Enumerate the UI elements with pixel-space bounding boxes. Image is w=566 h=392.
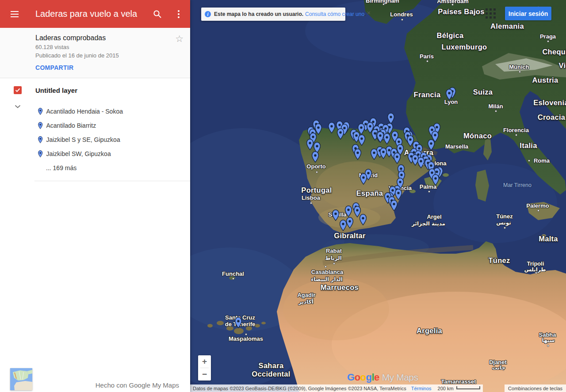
- more-options-icon[interactable]: [175, 10, 182, 18]
- map-pin[interactable]: [234, 317, 243, 328]
- map-pin[interactable]: [344, 206, 353, 217]
- chevron-down-icon[interactable]: [15, 105, 21, 108]
- zoom-out-button[interactable]: −: [198, 368, 211, 381]
- google-logo: Google: [347, 372, 379, 383]
- layer-place-item[interactable]: Jaizkibel SW, Gipuzkoa: [0, 147, 190, 161]
- place-pin-icon: [38, 136, 43, 143]
- info-icon: i: [205, 11, 211, 17]
- layer-place-item[interactable]: Jaizkibel S y SE, Gipuzkoa: [0, 133, 190, 147]
- sidebar-header: Laderas para vuelo a vela: [0, 0, 190, 28]
- map-pin[interactable]: [445, 89, 454, 100]
- place-label: Jaizkibel S y SE, Gipuzkoa: [46, 136, 120, 143]
- basemap-thumbnail[interactable]: [10, 368, 32, 390]
- layer-name: Untitled layer: [35, 87, 77, 94]
- signin-button[interactable]: Iniciar sesión: [505, 7, 551, 20]
- zoom-control: + −: [198, 355, 211, 381]
- map-pin[interactable]: [336, 128, 345, 140]
- google-my-maps-watermark[interactable]: Google My Maps: [347, 372, 418, 383]
- map-pin[interactable]: [379, 148, 388, 159]
- banner-text: Este mapa lo ha creado un usuario.: [214, 11, 303, 17]
- map-pin[interactable]: [359, 173, 368, 185]
- divider: [34, 181, 190, 181]
- map-pin[interactable]: [427, 139, 436, 151]
- map-pin[interactable]: [327, 122, 336, 133]
- map-pin[interactable]: [431, 174, 440, 186]
- place-pin-icon: [38, 122, 43, 129]
- banner-learn-link[interactable]: Consulta cómo crear uno: [305, 11, 364, 17]
- place-label: Acantilado Hendaia - Sokoa: [46, 108, 123, 115]
- map-title: Laderas comprobadas: [35, 34, 183, 42]
- menu-icon[interactable]: [11, 11, 19, 17]
- search-icon[interactable]: [153, 10, 162, 19]
- keyboard-shortcuts-button[interactable]: Combinaciones de teclas: [505, 384, 566, 392]
- share-button[interactable]: COMPARTIR: [35, 64, 73, 71]
- map-pin[interactable]: [339, 220, 348, 231]
- map-name-title: Laderas para vuelo a vela: [35, 9, 153, 19]
- map-pin[interactable]: [359, 214, 367, 225]
- sidebar-panel: Laderas para vuelo a vela Laderas compro…: [0, 0, 190, 392]
- my-maps-label: My Maps: [382, 372, 418, 383]
- made-with-google-label: Hecho con Google My Maps: [96, 381, 179, 389]
- map-info-section: Laderas comprobadas 60.128 vistas Public…: [0, 28, 190, 78]
- map-pin[interactable]: [353, 148, 362, 160]
- place-label: Jaizkibel SW, Gipuzkoa: [46, 150, 111, 157]
- layer-place-item[interactable]: Acantilado Biarritz: [0, 118, 190, 133]
- map-attribution-bar: Datos de mapas ©2023 GeoBasis-DE/BKG (©2…: [190, 384, 483, 392]
- satellite-terrain: [190, 0, 566, 392]
- layer-panel: Untitled layer Acantilado Hendaia - Soko…: [0, 78, 190, 181]
- close-icon[interactable]: ×: [366, 8, 371, 17]
- layer-header: Untitled layer: [0, 86, 190, 94]
- published-date: Publicado el 16 de junio de 2015: [35, 52, 183, 59]
- map-data-credit: Datos de mapas ©2023 GeoBasis-DE/BKG (©2…: [193, 386, 406, 391]
- keyboard-shortcuts-label: Combinaciones de teclas: [508, 386, 562, 391]
- place-label: Acantilado Biarritz: [46, 122, 96, 129]
- user-created-map-banner: i Este mapa lo ha creado un usuario. Con…: [201, 8, 345, 21]
- scale-bar: [456, 386, 480, 389]
- place-pin-icon: [38, 108, 43, 115]
- zoom-in-button[interactable]: +: [198, 355, 211, 368]
- map-pin[interactable]: [370, 148, 379, 160]
- terms-link[interactable]: Términos: [411, 386, 432, 391]
- layer-place-list: Acantilado Hendaia - SokoaAcantilado Bia…: [0, 104, 190, 161]
- map-canvas[interactable]: Países BajosAlemaniaBélgicaLuxemburgoFra…: [190, 0, 566, 392]
- layer-visibility-checkbox[interactable]: [14, 86, 22, 94]
- map-pin[interactable]: [382, 133, 391, 145]
- scale-label: 200 km: [438, 386, 454, 391]
- map-pin[interactable]: [390, 200, 398, 211]
- star-icon[interactable]: ☆: [175, 34, 184, 43]
- more-places-link[interactable]: ... 169 más: [0, 161, 190, 175]
- map-pin[interactable]: [311, 151, 320, 163]
- google-apps-grid-icon[interactable]: [486, 8, 497, 19]
- layer-place-item[interactable]: Acantilado Hendaia - Sokoa: [0, 104, 190, 118]
- place-pin-icon: [38, 150, 43, 157]
- views-count: 60.128 vistas: [35, 44, 183, 50]
- map-pin[interactable]: [393, 152, 402, 164]
